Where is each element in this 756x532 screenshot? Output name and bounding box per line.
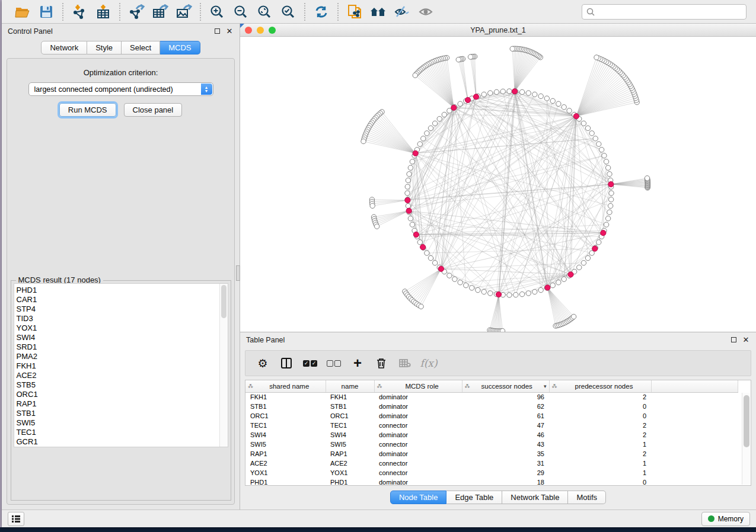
task-history-icon[interactable] [8,512,24,526]
mcds-node-item[interactable]: GCR1 [17,437,228,447]
memory-button[interactable]: Memory [701,512,750,526]
mcds-node-item[interactable]: STB1 [17,409,228,418]
optimization-criterion-select[interactable]: largest connected component (undirected)… [28,82,213,96]
tab-edge-table[interactable]: Edge Table [446,491,502,504]
mcds-node-item[interactable]: RAP1 [17,399,228,409]
table-row[interactable]: ORC1ORC1dominator610 [245,411,738,421]
add-column-icon[interactable]: + [349,354,366,372]
clone-network-icon[interactable] [344,2,365,21]
mcds-hub-node[interactable] [601,230,606,236]
tab-motifs[interactable]: Motifs [568,491,606,504]
mcds-hub-node[interactable] [413,232,419,237]
mcds-hub-node[interactable] [473,94,479,100]
table-row[interactable]: FKH1FKH1dominator962 [245,392,738,402]
mcds-result-list[interactable]: PHD1CAR1STP4TID3YOX1SWI4SRD1PMA2FKH1ACE2… [14,283,228,447]
mcds-hub-node[interactable] [406,208,412,213]
table-row[interactable]: RAP1RAP1dominator352 [245,449,738,459]
deselect-all-icon[interactable] [325,354,343,372]
mcds-node-item[interactable]: PHD1 [17,286,228,295]
column-header-label[interactable]: name [328,383,372,390]
first-neighbors-icon[interactable] [368,2,388,21]
mcds-node-item[interactable]: SRD1 [17,342,228,352]
column-visibility-icon[interactable] [277,354,295,372]
mcds-node-item[interactable]: CAR1 [17,295,228,305]
panel-splitter-handle[interactable] [236,265,240,281]
network-canvas[interactable] [240,37,756,332]
refresh-icon[interactable] [311,2,331,21]
run-mcds-button[interactable]: Run MCDS [59,103,116,117]
mcds-hub-node[interactable] [568,272,573,277]
show-all-icon[interactable] [416,2,436,21]
zoom-out-icon[interactable] [231,2,251,21]
zoom-selected-icon[interactable] [278,2,298,21]
table-options-gear-icon[interactable]: ⚙ [254,354,272,372]
float-panel-icon[interactable] [213,27,221,36]
mcds-hub-node[interactable] [573,114,579,119]
column-header-label[interactable]: successor nodes [473,383,541,390]
table-scrollbar[interactable] [742,393,750,485]
table-row[interactable]: TEC1TEC1connector472 [245,421,738,430]
zoom-in-icon[interactable] [207,2,227,21]
mcds-node-item[interactable]: TID3 [17,314,228,323]
mcds-node-item[interactable]: PMA2 [17,352,228,361]
column-header-label[interactable]: predecessor nodes [560,383,649,390]
table-row[interactable]: ACE2ACE2connector311 [245,459,738,468]
mcds-node-item[interactable]: ACE2 [17,371,228,380]
sort-chevron-icon[interactable]: ▾ [544,383,547,389]
mcds-hub-node[interactable] [465,97,470,102]
mcds-hub-node[interactable] [512,89,517,94]
float-table-panel-icon[interactable] [729,336,738,344]
table-row[interactable]: YOX1YOX1connector291 [245,468,738,477]
close-panel-button[interactable]: Close panel [124,103,183,117]
search-input[interactable] [598,8,742,16]
select-all-icon[interactable]: ✓✓ [301,354,319,372]
close-table-panel-icon[interactable]: ✕ [742,336,750,344]
table-header-row[interactable]: ⁂shared namename⁂MCDS role⁂successor nod… [245,380,738,392]
mcds-node-item[interactable]: STP4 [17,305,228,314]
export-table-icon[interactable] [150,2,170,21]
mcds-list-scrollbar[interactable] [219,284,228,447]
mcds-hub-node[interactable] [413,150,418,156]
table-row[interactable]: SWI5SWI5connector431 [245,440,738,449]
mcds-hub-node[interactable] [545,285,550,290]
tab-network-table[interactable]: Network Table [502,491,568,504]
tab-network[interactable]: Network [41,41,87,55]
close-panel-icon[interactable]: ✕ [225,27,234,36]
import-table-icon[interactable] [93,2,113,21]
column-header-label[interactable]: MCDS role [385,383,460,390]
mcds-node-item[interactable]: STB5 [17,380,228,390]
mcds-hub-node[interactable] [592,246,598,251]
tab-mcds[interactable]: MCDS [160,41,200,55]
mcds-node-item[interactable]: SWI5 [17,418,228,428]
mcds-hub-node[interactable] [438,266,444,271]
network-search-box[interactable] [582,4,747,20]
mcds-hub-node[interactable] [451,105,457,110]
tab-node-table[interactable]: Node Table [390,491,447,504]
export-network-icon[interactable] [126,2,146,21]
export-image-icon[interactable] [174,2,194,21]
mcds-hub-node[interactable] [496,291,501,297]
delete-column-icon[interactable] [372,354,390,372]
open-file-icon[interactable] [12,2,33,21]
mcds-node-item[interactable]: YOX1 [17,323,228,333]
mcds-node-item[interactable]: SWI4 [17,333,228,342]
import-network-icon[interactable] [69,2,90,21]
network-graph[interactable] [240,37,755,332]
mcds-hub-node[interactable] [405,197,410,203]
mcds-node-item[interactable]: FKH1 [17,361,228,371]
table-row[interactable]: SWI4SWI4dominator462 [245,430,738,440]
tab-style[interactable]: Style [87,41,122,55]
table-row[interactable]: PHD1PHD1dominator180 [245,477,738,486]
mcds-node-item[interactable]: TEC1 [17,428,228,437]
tab-select[interactable]: Select [122,41,160,55]
table-row[interactable]: STB1STB1dominator620 [245,402,738,411]
zoom-fit-icon[interactable] [254,2,275,21]
mcds-node-item[interactable]: ORC1 [17,390,228,399]
column-header-label[interactable]: shared name [256,383,323,390]
hide-selected-icon[interactable] [392,2,412,21]
network-window-titlebar[interactable]: YPA_prune.txt_1 [240,24,756,37]
mcds-hub-node[interactable] [420,245,426,250]
table-panel: Table Panel ✕ ⚙ ✓✓ + [240,332,756,509]
mcds-hub-node[interactable] [608,181,614,187]
save-session-icon[interactable] [36,2,56,21]
